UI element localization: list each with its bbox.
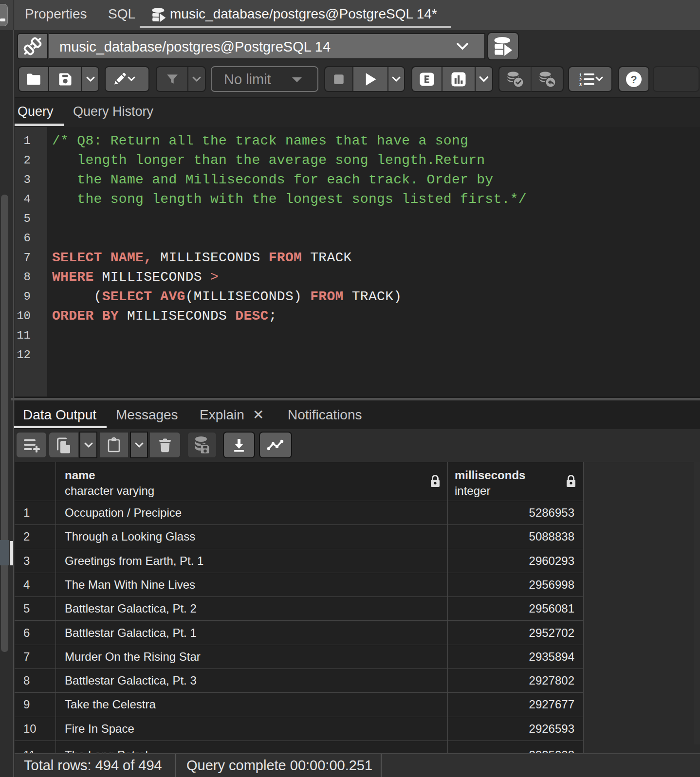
svg-text:3: 3: [579, 82, 582, 87]
svg-text:1: 1: [579, 72, 582, 77]
svg-text:2: 2: [579, 77, 582, 82]
svg-text:?: ?: [630, 73, 637, 86]
